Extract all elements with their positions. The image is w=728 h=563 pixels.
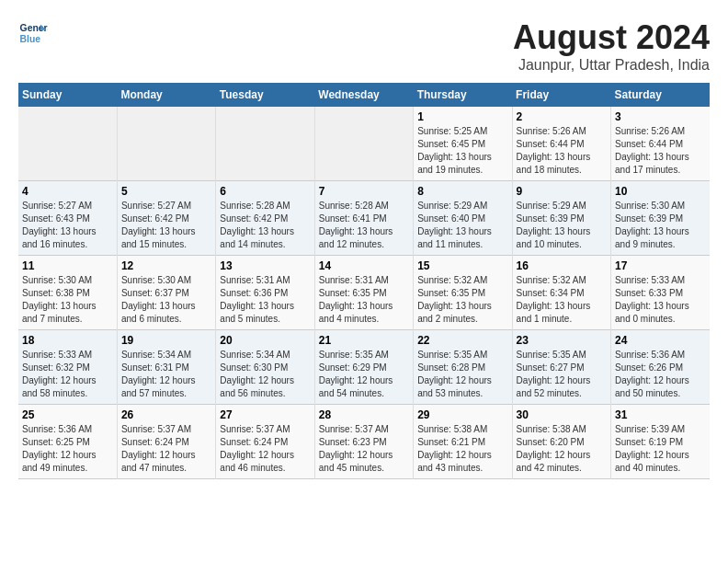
day-info: Sunrise: 5:34 AMSunset: 6:31 PMDaylight:…: [121, 349, 211, 400]
day-info: Sunrise: 5:29 AMSunset: 6:39 PMDaylight:…: [517, 200, 607, 251]
calendar-cell: [18, 107, 117, 181]
header-day: Wednesday: [314, 83, 413, 107]
calendar-cell: 25Sunrise: 5:36 AMSunset: 6:25 PMDayligh…: [18, 405, 117, 479]
day-info: Sunrise: 5:36 AMSunset: 6:25 PMDaylight:…: [22, 423, 113, 475]
logo: General Blue: [18, 18, 48, 48]
day-info: Sunrise: 5:33 AMSunset: 6:32 PMDaylight:…: [22, 349, 113, 400]
day-number: 13: [220, 259, 310, 272]
day-info: Sunrise: 5:32 AMSunset: 6:34 PMDaylight:…: [517, 274, 607, 326]
header-day: Saturday: [611, 83, 710, 107]
day-info: Sunrise: 5:38 AMSunset: 6:20 PMDaylight:…: [517, 423, 607, 475]
header: General Blue August 2024 Jaunpur, Uttar …: [18, 18, 710, 74]
calendar-cell: 20Sunrise: 5:34 AMSunset: 6:30 PMDayligh…: [216, 330, 314, 405]
day-info: Sunrise: 5:38 AMSunset: 6:21 PMDaylight:…: [417, 423, 507, 475]
calendar-cell: 24Sunrise: 5:36 AMSunset: 6:26 PMDayligh…: [611, 330, 710, 405]
day-number: 29: [417, 408, 507, 421]
calendar-cell: 31Sunrise: 5:39 AMSunset: 6:19 PMDayligh…: [611, 405, 710, 479]
calendar-cell: 2Sunrise: 5:26 AMSunset: 6:44 PMDaylight…: [512, 107, 610, 181]
calendar-cell: 19Sunrise: 5:34 AMSunset: 6:31 PMDayligh…: [117, 330, 215, 405]
day-info: Sunrise: 5:35 AMSunset: 6:29 PMDaylight:…: [319, 349, 409, 400]
calendar-cell: 28Sunrise: 5:37 AMSunset: 6:23 PMDayligh…: [314, 405, 413, 479]
calendar-week-row: 18Sunrise: 5:33 AMSunset: 6:32 PMDayligh…: [18, 330, 710, 405]
subtitle: Jaunpur, Uttar Pradesh, India: [513, 57, 710, 74]
day-info: Sunrise: 5:31 AMSunset: 6:35 PMDaylight:…: [319, 274, 409, 326]
calendar-cell: 26Sunrise: 5:37 AMSunset: 6:24 PMDayligh…: [117, 405, 215, 479]
day-number: 15: [417, 259, 507, 272]
day-number: 25: [22, 408, 113, 421]
day-info: Sunrise: 5:37 AMSunset: 6:24 PMDaylight:…: [220, 423, 310, 475]
calendar-cell: 12Sunrise: 5:30 AMSunset: 6:37 PMDayligh…: [117, 256, 215, 330]
day-info: Sunrise: 5:37 AMSunset: 6:23 PMDaylight:…: [319, 423, 409, 475]
calendar-cell: 6Sunrise: 5:28 AMSunset: 6:42 PMDaylight…: [216, 181, 314, 256]
main-title: August 2024: [513, 18, 710, 57]
day-info: Sunrise: 5:32 AMSunset: 6:35 PMDaylight:…: [417, 274, 507, 326]
day-info: Sunrise: 5:31 AMSunset: 6:36 PMDaylight:…: [220, 274, 310, 326]
day-number: 7: [319, 185, 409, 198]
day-info: Sunrise: 5:36 AMSunset: 6:26 PMDaylight:…: [615, 349, 706, 400]
day-number: 1: [417, 110, 507, 123]
logo-icon: General Blue: [18, 18, 48, 48]
day-number: 5: [121, 185, 211, 198]
day-info: Sunrise: 5:28 AMSunset: 6:41 PMDaylight:…: [319, 200, 409, 251]
day-info: Sunrise: 5:26 AMSunset: 6:44 PMDaylight:…: [615, 125, 706, 177]
calendar-cell: 15Sunrise: 5:32 AMSunset: 6:35 PMDayligh…: [414, 256, 512, 330]
day-number: 24: [615, 334, 706, 347]
header-day: Sunday: [18, 83, 117, 107]
day-info: Sunrise: 5:30 AMSunset: 6:37 PMDaylight:…: [121, 274, 211, 326]
calendar-cell: 11Sunrise: 5:30 AMSunset: 6:38 PMDayligh…: [18, 256, 117, 330]
day-number: 11: [22, 259, 113, 272]
calendar-table: SundayMondayTuesdayWednesdayThursdayFrid…: [18, 83, 710, 479]
day-number: 6: [220, 185, 310, 198]
calendar-cell: 29Sunrise: 5:38 AMSunset: 6:21 PMDayligh…: [414, 405, 512, 479]
calendar-cell: 17Sunrise: 5:33 AMSunset: 6:33 PMDayligh…: [611, 256, 710, 330]
day-number: 18: [22, 334, 113, 347]
day-info: Sunrise: 5:34 AMSunset: 6:30 PMDaylight:…: [220, 349, 310, 400]
day-info: Sunrise: 5:27 AMSunset: 6:42 PMDaylight:…: [121, 200, 211, 251]
calendar-cell: 10Sunrise: 5:30 AMSunset: 6:39 PMDayligh…: [611, 181, 710, 256]
calendar-header: SundayMondayTuesdayWednesdayThursdayFrid…: [18, 83, 710, 107]
day-info: Sunrise: 5:28 AMSunset: 6:42 PMDaylight:…: [220, 200, 310, 251]
day-number: 2: [517, 110, 607, 123]
calendar-body: 1Sunrise: 5:25 AMSunset: 6:45 PMDaylight…: [18, 107, 710, 479]
day-number: 23: [517, 334, 607, 347]
calendar-cell: [216, 107, 314, 181]
calendar-cell: 21Sunrise: 5:35 AMSunset: 6:29 PMDayligh…: [314, 330, 413, 405]
day-number: 31: [615, 408, 706, 421]
day-number: 4: [22, 185, 113, 198]
day-info: Sunrise: 5:29 AMSunset: 6:40 PMDaylight:…: [417, 200, 507, 251]
day-info: Sunrise: 5:35 AMSunset: 6:28 PMDaylight:…: [417, 349, 507, 400]
day-number: 17: [615, 259, 706, 272]
calendar-cell: 22Sunrise: 5:35 AMSunset: 6:28 PMDayligh…: [414, 330, 512, 405]
day-info: Sunrise: 5:27 AMSunset: 6:43 PMDaylight:…: [22, 200, 113, 251]
calendar-cell: 16Sunrise: 5:32 AMSunset: 6:34 PMDayligh…: [512, 256, 610, 330]
calendar-week-row: 11Sunrise: 5:30 AMSunset: 6:38 PMDayligh…: [18, 256, 710, 330]
day-number: 9: [517, 185, 607, 198]
calendar-cell: 27Sunrise: 5:37 AMSunset: 6:24 PMDayligh…: [216, 405, 314, 479]
day-number: 28: [319, 408, 409, 421]
calendar-cell: 23Sunrise: 5:35 AMSunset: 6:27 PMDayligh…: [512, 330, 610, 405]
calendar-cell: 4Sunrise: 5:27 AMSunset: 6:43 PMDaylight…: [18, 181, 117, 256]
day-info: Sunrise: 5:30 AMSunset: 6:39 PMDaylight:…: [615, 200, 706, 251]
calendar-cell: 18Sunrise: 5:33 AMSunset: 6:32 PMDayligh…: [18, 330, 117, 405]
calendar-cell: 13Sunrise: 5:31 AMSunset: 6:36 PMDayligh…: [216, 256, 314, 330]
calendar-cell: 3Sunrise: 5:26 AMSunset: 6:44 PMDaylight…: [611, 107, 710, 181]
day-number: 10: [615, 185, 706, 198]
day-info: Sunrise: 5:30 AMSunset: 6:38 PMDaylight:…: [22, 274, 113, 326]
calendar-week-row: 4Sunrise: 5:27 AMSunset: 6:43 PMDaylight…: [18, 181, 710, 256]
day-number: 21: [319, 334, 409, 347]
header-day: Monday: [117, 83, 215, 107]
title-section: August 2024 Jaunpur, Uttar Pradesh, Indi…: [513, 18, 710, 74]
day-info: Sunrise: 5:37 AMSunset: 6:24 PMDaylight:…: [121, 423, 211, 475]
calendar-cell: 8Sunrise: 5:29 AMSunset: 6:40 PMDaylight…: [414, 181, 512, 256]
calendar-cell: 7Sunrise: 5:28 AMSunset: 6:41 PMDaylight…: [314, 181, 413, 256]
day-number: 27: [220, 408, 310, 421]
calendar-cell: 5Sunrise: 5:27 AMSunset: 6:42 PMDaylight…: [117, 181, 215, 256]
calendar-cell: 14Sunrise: 5:31 AMSunset: 6:35 PMDayligh…: [314, 256, 413, 330]
day-number: 30: [517, 408, 607, 421]
header-day: Friday: [512, 83, 610, 107]
day-info: Sunrise: 5:39 AMSunset: 6:19 PMDaylight:…: [615, 423, 706, 475]
day-number: 8: [417, 185, 507, 198]
day-number: 22: [417, 334, 507, 347]
svg-text:Blue: Blue: [20, 34, 41, 44]
header-day: Tuesday: [216, 83, 314, 107]
